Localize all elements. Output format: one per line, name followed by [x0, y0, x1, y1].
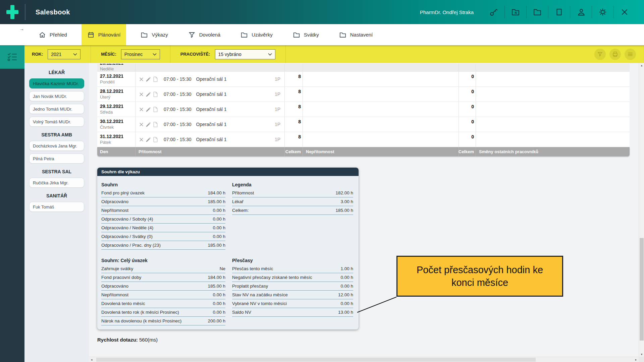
task-list-button[interactable] — [0, 45, 24, 69]
calendar-icon — [87, 31, 95, 39]
tab-label: Uzávěrky — [252, 32, 273, 38]
section-title-cely-uvazek: Souhrn: Celý úvazek — [101, 256, 225, 264]
header-divider — [526, 6, 527, 18]
close-icon[interactable] — [620, 8, 629, 16]
table-row-partial[interactable]: 26.12.2021 Neděle — [97, 64, 630, 72]
folder-icon — [141, 31, 148, 39]
scroll-right-arrow[interactable]: ▸ — [633, 357, 639, 362]
summary-row: Nárok na dovolenou (k měsíci Prosinec) 2… — [101, 317, 225, 325]
employee-item[interactable]: Pilná Petra — [29, 154, 84, 164]
folder-icon[interactable] — [533, 8, 542, 16]
app-title: Salesbook — [36, 8, 70, 16]
column-header-smeny: Směny ostatních pracovníků — [476, 147, 630, 156]
section-title-prescasy: Přesčasy — [232, 256, 353, 264]
summary-row: Odpracováno / Neděle (4) 0.00 h — [101, 224, 225, 232]
tab-label: Nastavení — [350, 32, 373, 38]
note-icon[interactable] — [153, 137, 158, 142]
folder-note-icon[interactable]: N — [511, 8, 520, 16]
app-header: Salesbook PharmDr. Ondřej Straka N — [0, 0, 644, 24]
folder-icon — [339, 31, 346, 39]
tab-vykazy[interactable]: Výkazy — [135, 24, 173, 45]
scroll-down-arrow[interactable]: ▾ — [639, 352, 644, 357]
tab-planovani[interactable]: Plánování — [82, 24, 126, 45]
summary-row: Fond pro plný úvazek 184.00 h — [101, 189, 225, 197]
left-rail — [0, 45, 24, 362]
tab-svatky[interactable]: Svátky — [287, 24, 325, 45]
user-icon[interactable] — [577, 8, 585, 16]
shift-code: 1P — [275, 122, 280, 127]
table-row[interactable]: 29.12.2021 Středa 07:00 - 15:30 Operační… — [97, 102, 630, 117]
table-row[interactable]: 30.12.2021 Čtvrtek 07:00 - 15:30 Operačn… — [97, 117, 630, 132]
funnel-icon — [188, 31, 196, 39]
absence-cell — [303, 72, 459, 86]
present-total: 8 — [285, 117, 303, 132]
row-date: 28.12.2021 — [100, 88, 135, 94]
scroll-left-arrow[interactable]: ◂ — [89, 357, 94, 362]
shift-time: 07:00 - 15:30 — [164, 92, 192, 97]
year-select[interactable]: 2021 — [48, 49, 80, 59]
employee-item[interactable]: Jedno Tomáš MUDr. — [29, 104, 84, 114]
tab-uzaverky[interactable]: Uzávěrky — [235, 24, 278, 45]
employee-item[interactable]: Jan Novák MUDr. — [29, 91, 84, 101]
absence-total: 0 — [459, 117, 476, 132]
edit-shift-icon[interactable] — [146, 92, 151, 97]
summary-row: Přesčas tento měsíc 1.00 h — [232, 264, 353, 273]
scroll-up-arrow[interactable]: ▴ — [639, 63, 644, 68]
delete-shift-icon[interactable] — [139, 92, 144, 97]
employee-item[interactable]: Fuk Tomáš — [29, 202, 84, 212]
other-shifts-cell — [476, 87, 630, 102]
table-row[interactable]: 28.12.2021 Úterý 07:00 - 15:30 Operační … — [97, 87, 630, 102]
tab-label: Výkazy — [152, 32, 168, 38]
horizontal-scrollbar[interactable]: ◂ ▸ — [89, 357, 639, 362]
note-icon[interactable] — [153, 76, 158, 82]
row-date: 29.12.2021 — [100, 103, 135, 109]
collapse-arrow-icon[interactable]: → — [19, 26, 24, 32]
note-icon[interactable] — [153, 122, 158, 127]
horizontal-scroll-thumb[interactable] — [96, 358, 536, 362]
column-header-den: Den — [97, 147, 136, 156]
group-title: LÉKAŘ — [24, 70, 89, 75]
tab-prehled[interactable]: Přehled — [33, 24, 73, 45]
scrollbar-corner — [639, 357, 644, 362]
filter-icon[interactable] — [594, 49, 606, 60]
delete-shift-icon[interactable] — [139, 107, 144, 112]
summary-row: Proplatit přesčasy 0.00 h — [232, 282, 353, 291]
employee-item[interactable]: Hlavička Kazimír MUDr. — [29, 78, 84, 88]
row-day: Pátek — [100, 139, 135, 145]
absence-total: 0 — [459, 132, 476, 147]
edit-shift-icon[interactable] — [146, 122, 151, 127]
note-icon[interactable] — [153, 107, 158, 112]
vertical-scroll-thumb[interactable] — [640, 238, 644, 341]
menu-icon[interactable] — [625, 49, 636, 60]
row-date: 27.12.2021 — [100, 73, 135, 79]
employee-item[interactable]: Volný Tomáš MUDr. — [29, 117, 84, 127]
note-icon[interactable] — [153, 92, 158, 97]
edit-shift-icon[interactable] — [146, 76, 151, 82]
header-divider — [548, 6, 548, 18]
settings-icon[interactable] — [598, 8, 607, 16]
row-date: 30.12.2021 — [100, 118, 135, 124]
edit-shift-icon[interactable] — [146, 107, 151, 112]
employee-item[interactable]: Docházková Jana Mgr. — [29, 141, 84, 151]
table-row[interactable]: 31.12.2021 Pátek 07:00 - 15:30 Operační … — [97, 132, 630, 147]
shift-code: 1P — [275, 137, 280, 142]
summary-row: Vybrané NV v tomto měsíci 0.00 h — [232, 299, 353, 308]
delete-shift-icon[interactable] — [139, 137, 144, 142]
header-divider — [25, 4, 25, 20]
employee-item[interactable]: Ručička Jirka Mgr. — [29, 178, 84, 188]
vertical-scrollbar[interactable]: ▴ ▾ — [639, 63, 644, 357]
workplace-select[interactable]: 15 vybráno — [215, 49, 275, 59]
window-icon[interactable] — [555, 8, 564, 16]
month-select[interactable]: Prosinec — [121, 49, 160, 59]
tab-dovolena[interactable]: Dovolená — [182, 24, 226, 45]
print-icon[interactable] — [609, 49, 621, 60]
delete-shift-icon[interactable] — [139, 76, 144, 82]
chevron-down-icon — [268, 53, 272, 56]
shift-code: 1P — [275, 76, 280, 82]
month-label: MĚSÍC: — [101, 52, 116, 57]
table-row[interactable]: 27.12.2021 Pondělí 07:00 - 15:30 Operačn… — [97, 72, 630, 87]
tab-nastaveni[interactable]: Nastavení — [333, 24, 379, 45]
key-icon[interactable] — [489, 8, 498, 16]
edit-shift-icon[interactable] — [146, 137, 151, 142]
delete-shift-icon[interactable] — [139, 122, 144, 127]
